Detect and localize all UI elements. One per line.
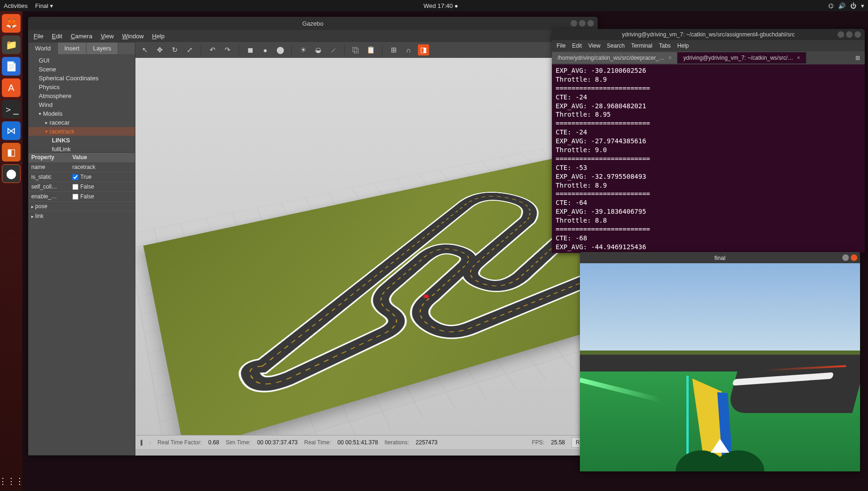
close-tab-icon[interactable]: × [668, 55, 671, 61]
term-menu-help[interactable]: Help [677, 42, 689, 49]
magnet-icon[interactable]: ∩ [403, 44, 414, 56]
term-menu-search[interactable]: Search [607, 42, 625, 49]
clock[interactable]: Wed 17:40 ● [53, 2, 828, 9]
dock-gazebo-icon[interactable]: ◧ [2, 143, 21, 161]
tree-wind[interactable]: Wind [28, 100, 135, 109]
prop-pose[interactable]: ▸ pose [28, 202, 70, 211]
sphere-primitive-icon[interactable]: ● [260, 44, 271, 56]
close-button[interactable] [587, 20, 594, 27]
dirlight-icon[interactable]: ⟋ [327, 44, 339, 56]
dock-software-icon[interactable]: A [2, 78, 21, 97]
maximize-button[interactable] [579, 20, 586, 27]
tree-spherical[interactable]: Spherical Coordinates [28, 74, 135, 83]
simtime-label: Sim Time: [226, 439, 250, 446]
tree-models[interactable]: ▾ Models [28, 109, 135, 118]
gazebo-3d-viewport[interactable] [135, 58, 598, 435]
dock-apps-grid-icon[interactable]: ⋮⋮⋮ [0, 476, 24, 486]
tab-layers[interactable]: Layers [86, 42, 118, 54]
gazebo-titlebar[interactable]: Gazebo [28, 17, 598, 30]
prop-link[interactable]: ▸ link [28, 211, 70, 221]
dock-terminal-icon[interactable]: ＞_ [2, 100, 21, 119]
new-tab-button[interactable]: ⊞ [851, 55, 865, 61]
tree-fulllink[interactable]: fullLink [28, 145, 135, 152]
chevron-down-icon[interactable]: ▾ [861, 2, 864, 9]
term-menu-edit[interactable]: Edit [572, 42, 582, 49]
car-hood [664, 429, 776, 471]
minimize-button[interactable] [838, 31, 844, 38]
final-titlebar[interactable]: final [580, 252, 860, 263]
term-menu-view[interactable]: View [588, 42, 600, 49]
prop-enable-value: False [80, 193, 94, 200]
enable-checkbox[interactable] [72, 194, 78, 200]
terminal-titlebar[interactable]: ydriving@ydriving_vm_7: ~/catkin_ws/src/… [552, 29, 865, 40]
iter-value: 2257473 [416, 439, 438, 446]
tree-physics[interactable]: Physics [28, 83, 135, 91]
tree-racecar[interactable]: ▸ racecar [28, 118, 135, 127]
close-button[interactable] [851, 254, 857, 261]
pointlight-icon[interactable]: ☀ [297, 44, 309, 56]
paste-icon[interactable]: 📋 [365, 44, 376, 56]
is-static-checkbox[interactable] [72, 174, 78, 180]
iter-label: Iterations: [385, 439, 409, 446]
simtime-value: 00 00:37:37.473 [257, 439, 298, 446]
activities-button[interactable]: Activities [4, 2, 28, 9]
term-menu-tabs[interactable]: Tabs [659, 42, 670, 49]
chevron-right-icon: ▸ [45, 120, 48, 125]
horizontal-scrollbar[interactable] [135, 449, 598, 456]
undo-icon[interactable]: ↶ [207, 44, 218, 56]
dock-writer-icon[interactable]: 📄 [2, 57, 21, 76]
menu-window[interactable]: Window [122, 33, 144, 40]
minimize-button[interactable] [842, 254, 849, 261]
menu-edit[interactable]: Edit [52, 33, 62, 40]
tree-gui[interactable]: GUI [28, 56, 135, 65]
menu-help[interactable]: Help [152, 33, 165, 40]
snap-icon[interactable]: ⊞ [388, 44, 399, 56]
rtf-value: 0.68 [208, 439, 219, 446]
minimize-button[interactable] [571, 20, 577, 27]
close-button[interactable] [854, 31, 861, 38]
dock-vscode-icon[interactable]: ⋈ [2, 121, 21, 140]
copy-icon[interactable]: ⿻ [350, 44, 361, 56]
dock-firefox-icon[interactable]: 🦊 [2, 14, 21, 33]
desktop-topbar: Activities Final ▾ Wed 17:40 ● ⌬ 🔊 ⏻ ▾ [0, 0, 868, 11]
app-menu-button[interactable]: Final ▾ [35, 2, 53, 9]
self-collide-checkbox[interactable] [72, 184, 78, 190]
tree-scene[interactable]: Scene [28, 65, 135, 74]
menu-view[interactable]: View [101, 33, 114, 40]
gazebo-statusbar: ∥ · Real Time Factor: 0.68 Sim Time: 00 … [135, 435, 598, 449]
term-menu-terminal[interactable]: Terminal [631, 42, 652, 49]
network-icon[interactable]: ⌬ [828, 2, 833, 9]
close-tab-icon[interactable]: × [797, 55, 800, 61]
terminal-tab-1[interactable]: /home/ydriving/catkin_ws/src/deepracer_…… [552, 52, 677, 63]
dock-recorder-icon[interactable]: ⬤ [2, 164, 21, 183]
dock-files-icon[interactable]: 📁 [2, 35, 21, 54]
spotlight-icon[interactable]: ◒ [312, 44, 324, 56]
cylinder-primitive-icon[interactable]: ⬤ [275, 44, 286, 56]
window-title: Gazebo [302, 20, 324, 27]
property-panel: Property Value name racetrack is_static … [28, 152, 135, 221]
terminal-output[interactable]: EXP_AVG: -30.2100602526 Throttle: 8.9 ==… [552, 64, 865, 253]
tree-links[interactable]: LINKS [28, 136, 135, 145]
power-icon[interactable]: ⏻ [850, 2, 856, 9]
tree-atmosphere[interactable]: Atmosphere [28, 91, 135, 100]
arrow-tool-icon[interactable]: ↖ [139, 44, 150, 56]
volume-icon[interactable]: 🔊 [838, 2, 846, 9]
prop-header-key: Property [28, 153, 70, 162]
redo-icon[interactable]: ↷ [222, 44, 233, 56]
terminal-tab-2[interactable]: ydriving@ydriving_vm_7: ~/catkin_ws/src/… [677, 52, 806, 63]
term-menu-file[interactable]: File [557, 42, 565, 49]
tree-racetrack[interactable]: ▾ racetrack [28, 127, 135, 136]
camera-view [580, 263, 860, 471]
rotate-tool-icon[interactable]: ↻ [169, 44, 180, 56]
tab-insert[interactable]: Insert [58, 42, 87, 54]
maximize-button[interactable] [846, 31, 853, 38]
move-tool-icon[interactable]: ✥ [154, 44, 165, 56]
menu-camera[interactable]: Camera [71, 33, 92, 40]
menu-file[interactable]: File [34, 33, 43, 40]
scale-tool-icon[interactable]: ⤢ [184, 44, 195, 56]
selection-icon[interactable]: ◨ [418, 44, 429, 56]
box-primitive-icon[interactable]: ◼ [245, 44, 256, 56]
tab-world[interactable]: World [28, 42, 58, 54]
world-tree[interactable]: GUI Scene Spherical Coordinates Physics … [28, 54, 135, 152]
pause-button[interactable]: ∥ [140, 439, 143, 446]
